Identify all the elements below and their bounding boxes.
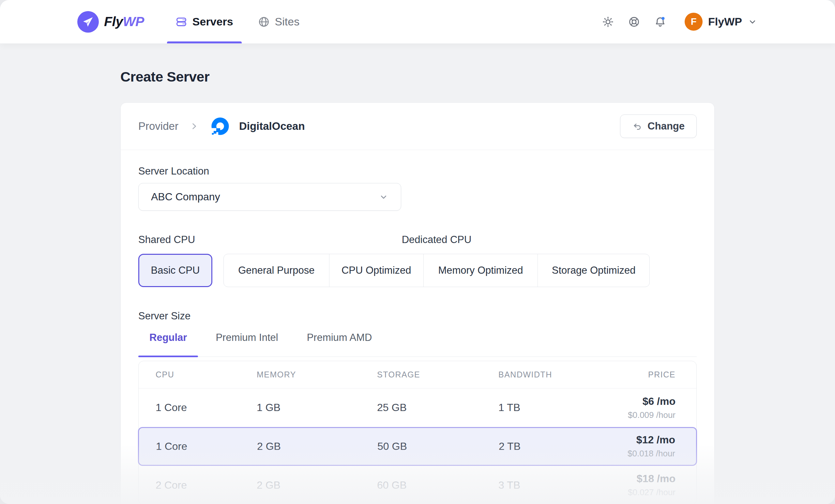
cell-cpu: 1 Core — [156, 402, 257, 414]
card-body: Server Location ABC Company Shared CPU D… — [121, 150, 714, 504]
cell-bandwidth: 1 TB — [498, 402, 578, 414]
undo-icon — [632, 121, 643, 132]
cpu-optimized-button[interactable]: CPU Optimized — [329, 254, 424, 287]
account-name: FlyWP — [708, 15, 742, 28]
cpu-type-labels: Shared CPU Dedicated CPU — [138, 234, 697, 246]
cell-memory: 2 GB — [257, 479, 377, 491]
notification-dot — [661, 17, 665, 20]
server-size-tabs: Regular Premium Intel Premium AMD — [138, 331, 697, 357]
provider-label: Provider — [138, 120, 178, 133]
storage-optimized-label: Storage Optimized — [552, 265, 636, 276]
storage-optimized-button[interactable]: Storage Optimized — [538, 254, 649, 287]
col-header-bandwidth: BANDWIDTH — [498, 370, 578, 379]
cell-price: $12 /mo $0.018 /hour — [577, 434, 675, 459]
cell-price: $6 /mo $0.009 /hour — [578, 396, 675, 420]
server-location-select[interactable]: ABC Company — [138, 183, 401, 211]
cell-memory: 1 GB — [257, 402, 377, 414]
app-window: FlyWP Servers — [0, 0, 835, 504]
tab-premium-amd-label: Premium AMD — [307, 332, 372, 343]
chevron-right-icon — [189, 122, 199, 131]
dedicated-cpu-button-group: General Purpose CPU Optimized Memory Opt… — [223, 254, 650, 287]
top-nav: FlyWP Servers — [0, 0, 835, 43]
brand[interactable]: FlyWP — [77, 11, 144, 33]
general-purpose-label: General Purpose — [238, 265, 314, 276]
globe-icon — [258, 16, 270, 28]
brand-name: FlyWP — [104, 14, 144, 29]
col-header-price: PRICE — [578, 370, 675, 379]
shared-cpu-label: Shared CPU — [138, 234, 212, 246]
table-row-plan-12-selected[interactable]: 1 Core 2 GB 50 GB 2 TB $12 /mo $0.018 /h… — [138, 427, 697, 466]
help-button[interactable] — [628, 16, 640, 28]
active-tab-underline — [167, 41, 242, 43]
dedicated-cpu-label: Dedicated CPU — [223, 234, 650, 246]
memory-optimized-button[interactable]: Memory Optimized — [424, 254, 538, 287]
create-server-card: Provider DigitalOcean — [120, 102, 715, 504]
price-monthly: $6 /mo — [578, 396, 675, 407]
general-purpose-button[interactable]: General Purpose — [224, 254, 329, 287]
bell-icon — [654, 16, 666, 28]
cell-price: $18 /mo $0.027 /hour — [578, 473, 675, 498]
table-header-row: CPU MEMORY STORAGE BANDWIDTH PRICE — [139, 361, 696, 388]
cell-cpu: 1 Core — [156, 440, 257, 452]
server-location-value: ABC Company — [151, 191, 220, 203]
avatar: F — [685, 13, 702, 31]
price-hourly: $0.018 /hour — [577, 448, 675, 459]
theme-toggle-button[interactable] — [602, 16, 614, 28]
nav-tab-label: Servers — [192, 15, 233, 28]
cell-cpu: 2 Core — [156, 479, 257, 491]
cell-storage: 25 GB — [377, 402, 498, 414]
servers-icon — [176, 16, 187, 28]
sun-icon — [602, 16, 614, 28]
server-size-table: CPU MEMORY STORAGE BANDWIDTH PRICE 1 Cor… — [138, 361, 697, 504]
lifebuoy-icon — [628, 16, 640, 28]
table-row-plan-18[interactable]: 2 Core 2 GB 60 GB 3 TB $18 /mo $0.027 /h… — [139, 466, 696, 504]
nav-tab-sites[interactable]: Sites — [249, 0, 308, 43]
tab-premium-intel-label: Premium Intel — [216, 332, 278, 343]
price-hourly: $0.027 /hour — [578, 487, 675, 498]
memory-optimized-label: Memory Optimized — [438, 265, 523, 276]
cpu-type-buttons: Basic CPU General Purpose CPU Optimized … — [138, 254, 697, 287]
nav-right-controls: F FlyWP — [602, 13, 757, 31]
price-hourly: $0.009 /hour — [578, 410, 675, 420]
col-header-memory: MEMORY — [257, 370, 377, 379]
flywp-logo-icon — [77, 11, 99, 33]
cell-memory: 2 GB — [257, 440, 378, 452]
provider-name: DigitalOcean — [239, 120, 305, 133]
server-location-label: Server Location — [138, 165, 697, 177]
tab-premium-intel[interactable]: Premium Intel — [204, 331, 289, 357]
change-provider-button[interactable]: Change — [620, 115, 697, 138]
col-header-storage: STORAGE — [377, 370, 498, 379]
tab-regular[interactable]: Regular — [138, 331, 198, 357]
basic-cpu-label: Basic CPU — [151, 265, 200, 276]
cell-bandwidth: 3 TB — [498, 479, 578, 491]
page-title: Create Server — [120, 69, 715, 85]
provider-row: Provider DigitalOcean — [121, 103, 714, 150]
tab-premium-amd[interactable]: Premium AMD — [296, 331, 383, 357]
chevron-down-icon — [379, 192, 388, 202]
notifications-button[interactable] — [654, 16, 666, 28]
change-button-label: Change — [648, 120, 685, 132]
cell-storage: 60 GB — [377, 479, 498, 491]
price-monthly: $12 /mo — [577, 434, 675, 446]
nav-tab-servers[interactable]: Servers — [167, 0, 242, 43]
col-header-cpu: CPU — [156, 370, 257, 379]
server-size-label: Server Size — [138, 310, 697, 322]
chevron-down-icon — [748, 17, 757, 27]
price-monthly: $18 /mo — [578, 473, 675, 485]
digitalocean-logo-icon — [210, 116, 230, 137]
tab-regular-label: Regular — [149, 332, 187, 343]
basic-cpu-button[interactable]: Basic CPU — [138, 254, 212, 287]
primary-nav-tabs: Servers Sites — [167, 0, 308, 43]
cell-bandwidth: 2 TB — [499, 440, 577, 452]
account-menu[interactable]: F FlyWP — [685, 13, 757, 31]
table-row-plan-6[interactable]: 1 Core 1 GB 25 GB 1 TB $6 /mo $0.009 /ho… — [139, 388, 696, 427]
cpu-optimized-label: CPU Optimized — [342, 265, 411, 276]
main-content: Create Server Provider Dig — [120, 69, 715, 504]
nav-tab-label: Sites — [275, 15, 300, 28]
cell-storage: 50 GB — [378, 440, 499, 452]
